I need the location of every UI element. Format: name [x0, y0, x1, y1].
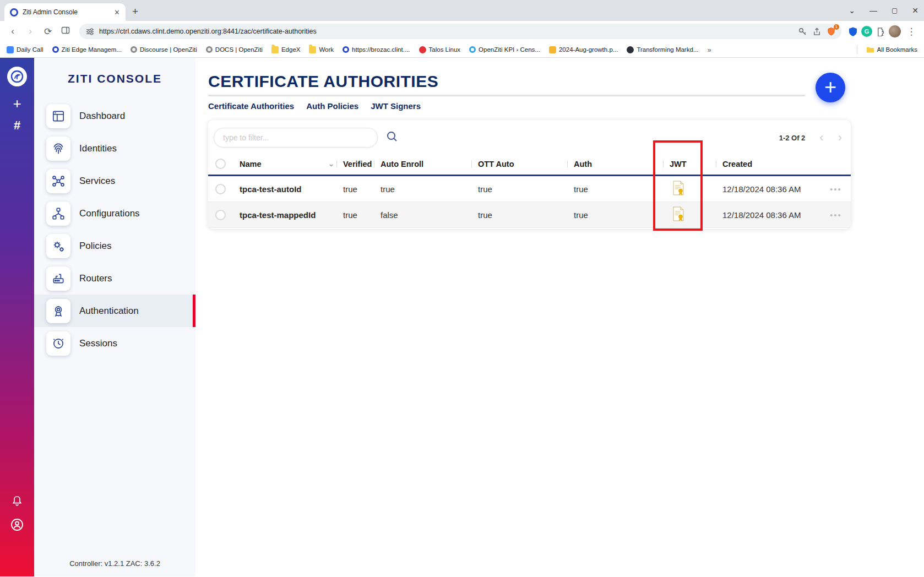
ziti-favicon-icon	[52, 46, 59, 53]
rail-add-icon[interactable]: +	[13, 96, 21, 111]
bookmark-item[interactable]: OpenZiti KPI › Cens...	[469, 46, 540, 53]
ca-auto-enroll: true	[374, 184, 471, 194]
browser-tab[interactable]: Ziti Admin Console ✕	[4, 3, 126, 21]
sidebar-item-sessions[interactable]: Sessions	[34, 327, 195, 360]
tab-title: Ziti Admin Console	[23, 8, 110, 16]
extensions-puzzle-icon[interactable]	[876, 26, 885, 36]
bookmark-item[interactable]: https://brozac.clint....	[343, 46, 410, 53]
new-tab-icon[interactable]: +	[132, 6, 138, 18]
close-window-icon[interactable]: ✕	[912, 6, 918, 15]
search-icon[interactable]	[385, 130, 399, 145]
talos-favicon-icon	[419, 46, 426, 53]
side-panel-icon[interactable]	[58, 26, 73, 37]
add-certificate-authority-button[interactable]: +	[816, 73, 845, 102]
column-header-ott-auto[interactable]: OTT Auto	[471, 160, 567, 168]
bookmark-item[interactable]: Discourse | OpenZiti	[131, 46, 197, 53]
sidebar-item-routers[interactable]: Routers	[34, 262, 195, 295]
dashboard-icon	[46, 104, 70, 128]
bookmark-item[interactable]: EdgeX	[271, 46, 301, 53]
row-checkbox[interactable]	[215, 184, 226, 194]
tab-jwt-signers[interactable]: JWT Signers	[371, 101, 421, 111]
row-actions-icon[interactable]: •••	[829, 184, 851, 194]
table-row[interactable]: tpca-test-autoId true true true true 12/…	[208, 176, 851, 202]
sidebar-nav: Dashboard Identities Services Configurat…	[34, 100, 195, 360]
bitwarden-shield-icon[interactable]	[848, 26, 858, 36]
ca-name: tpca-test-autoId	[233, 184, 336, 194]
column-header-created[interactable]: Created	[716, 160, 829, 168]
refresh-icon[interactable]: ⟳	[41, 26, 55, 37]
profile-avatar[interactable]	[889, 25, 901, 37]
ca-created: 12/18/2024 08:36 AM	[716, 184, 829, 194]
maximize-icon[interactable]: ▢	[892, 7, 898, 14]
bookmark-item[interactable]: 2024-Aug-growth.p...	[549, 46, 618, 53]
markdown-favicon-icon	[627, 46, 634, 53]
row-checkbox[interactable]	[215, 210, 226, 220]
routers-icon	[46, 266, 70, 291]
ca-auto-enroll: false	[374, 210, 471, 220]
bookmarks-overflow-icon[interactable]: »	[707, 46, 711, 54]
policies-gear-icon	[46, 234, 70, 258]
row-actions-icon[interactable]: •••	[829, 210, 851, 220]
side-rail: + #	[0, 58, 34, 576]
browser-menu-icon[interactable]: ⋮	[904, 26, 918, 37]
bookmark-item[interactable]: Talos Linux	[419, 46, 461, 53]
column-header-auth[interactable]: Auth	[567, 160, 663, 168]
fingerprint-icon	[46, 137, 70, 161]
select-all-checkbox[interactable]	[215, 159, 226, 169]
authentication-badge-icon	[46, 299, 70, 323]
column-header-auto-enroll[interactable]: Auto Enroll	[374, 160, 471, 168]
ziti-logo-icon[interactable]	[7, 67, 27, 86]
jwt-certificate-icon[interactable]	[663, 206, 716, 223]
bookmark-item[interactable]: Work	[309, 46, 334, 53]
sidebar-item-identities[interactable]: Identities	[34, 132, 195, 165]
shield-extension-icon[interactable]: 1	[826, 26, 836, 36]
sidebar-item-dashboard[interactable]: Dashboard	[34, 100, 195, 132]
all-bookmarks-button[interactable]: All Bookmarks	[866, 46, 918, 53]
back-icon[interactable]: ‹	[6, 26, 20, 37]
sessions-clock-icon	[46, 331, 70, 356]
tab-auth-policies[interactable]: Auth Policies	[306, 101, 358, 111]
forward-icon[interactable]: ›	[23, 26, 37, 37]
folder-icon	[866, 46, 874, 53]
grammarly-icon[interactable]: G	[861, 26, 872, 37]
sidebar-item-services[interactable]: Services	[34, 165, 195, 197]
column-header-verified[interactable]: Verified	[336, 160, 374, 168]
jwt-certificate-icon[interactable]	[663, 181, 716, 197]
notifications-bell-icon[interactable]	[11, 495, 23, 509]
passkey-icon[interactable]	[797, 26, 807, 36]
extension-badge-count: 1	[834, 24, 839, 30]
ca-ott-auto: true	[471, 184, 567, 194]
url-bar[interactable]: https://ctrl.cdaws.clint.demo.openziti.o…	[79, 24, 841, 39]
table-row[interactable]: tpca-test-mappedId true false true true …	[208, 202, 851, 228]
next-page-icon[interactable]: ›	[838, 132, 842, 144]
account-icon[interactable]	[10, 518, 24, 534]
sidebar-item-authentication[interactable]: Authentication	[34, 295, 195, 327]
site-settings-icon[interactable]	[85, 26, 95, 36]
url-text[interactable]: https://ctrl.cdaws.clint.demo.openziti.o…	[99, 28, 793, 35]
section-tabs: Certificate Authorities Auth Policies JW…	[208, 101, 924, 111]
filter-input[interactable]	[214, 128, 378, 148]
sidebar-item-configurations[interactable]: Configurations	[34, 197, 195, 230]
rail-hash-icon[interactable]: #	[14, 119, 20, 132]
ca-verified: true	[336, 184, 374, 194]
browser-titlebar: Ziti Admin Console ✕ + ⌄ — ▢ ✕	[0, 0, 924, 21]
sort-chevron-icon[interactable]: ⌄	[328, 160, 334, 168]
share-icon[interactable]	[812, 26, 822, 36]
minimize-icon[interactable]: —	[869, 6, 877, 15]
column-header-jwt[interactable]: JWT	[663, 160, 716, 168]
sidebar-item-policies[interactable]: Policies	[34, 230, 195, 262]
bookmark-item[interactable]: Daily Call	[7, 46, 44, 53]
page-title: CERTIFICATE AUTHORITIES	[208, 72, 805, 91]
bookmark-item[interactable]: Transforming Markd...	[627, 46, 698, 53]
tab-certificate-authorities[interactable]: Certificate Authorities	[208, 101, 294, 111]
tab-search-chevron-icon[interactable]: ⌄	[849, 6, 855, 15]
bookmarks-bar: Daily Call Ziti Edge Managem... Discours…	[0, 42, 924, 58]
pagination-label: 1-2 Of 2	[779, 134, 806, 142]
table-header-row: Name⌄ Verified Auto Enroll OTT Auto Auth…	[208, 153, 851, 176]
column-header-name[interactable]: Name⌄	[233, 160, 336, 168]
prev-page-icon[interactable]: ‹	[819, 132, 823, 144]
bookmark-item[interactable]: DOCS | OpenZiti	[206, 46, 263, 53]
ziti-favicon-icon	[10, 8, 18, 17]
bookmark-item[interactable]: Ziti Edge Managem...	[52, 46, 122, 53]
tab-close-icon[interactable]: ✕	[114, 8, 120, 17]
